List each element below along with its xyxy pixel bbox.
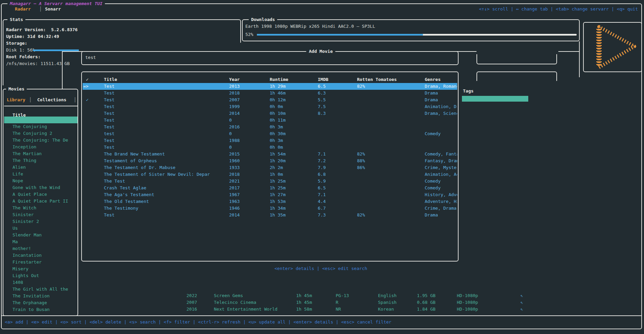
movie-list-item[interactable]: Inception [3, 144, 77, 150]
result-row[interactable]: Test19990h 0m7.5Animation, Drama [83, 103, 457, 110]
result-row[interactable]: The Testimony19461h 34m6.7Crime, Drama [83, 205, 457, 212]
result-row[interactable]: ✓Test20070h 12m5.5Drama [83, 97, 457, 103]
movie-list-item[interactable]: mother! [3, 245, 77, 252]
result-row[interactable]: The Testament of Sister New Devil: Depar… [83, 171, 457, 178]
cell-title: The Testament of Sister New Devil: Depar [104, 171, 229, 178]
cell-genres: Drama [425, 212, 457, 218]
movies-panel-title: Movies [6, 86, 27, 92]
popup-left-border [62, 51, 63, 89]
cell-title: The Testimony [104, 205, 229, 212]
result-row[interactable]: The Test20211h 25m5.9Comedy [83, 178, 457, 185]
cell-certification: PG-13 [336, 292, 378, 299]
result-row[interactable]: The Brand New Testament20151h 54m7.182%C… [83, 151, 457, 158]
result-row[interactable]: Test00h 11m [83, 117, 457, 124]
movie-list-item[interactable]: Us [3, 225, 77, 232]
result-row[interactable]: Testament of Orpheus19601h 20m7.288%Fant… [83, 158, 457, 164]
cell-runtime: 1h 53m [270, 198, 318, 205]
movie-list-item[interactable]: The Conjuring [3, 123, 77, 130]
popup-help-bar: <enter> details | <esc> edit search [274, 265, 367, 272]
movie-list-item[interactable]: The Martian [3, 150, 77, 157]
library-row[interactable]: 2007Telecinco Cinema1h 45mRSpanish0.68 G… [186, 299, 534, 306]
movie-list-item[interactable]: Ma [3, 238, 77, 245]
result-row[interactable]: test00h 30mComedy [83, 130, 457, 137]
result-row[interactable]: =>Test20131h 29m6.582%Drama, Romance [83, 83, 457, 90]
cell-runtime: 1h 58m [296, 306, 336, 313]
cell-quality: HD-1080p [457, 299, 520, 306]
add-movie-popup-title: Add Movie [306, 48, 335, 55]
col-year: Year [229, 76, 270, 83]
movie-list-item[interactable]: Firestarter [3, 259, 77, 266]
result-row[interactable]: Test00h 0m [83, 144, 457, 151]
cell-studio: Telecinco Cinema [214, 299, 296, 306]
result-row[interactable]: The Aga's Testament19671h 27m7.1History,… [83, 191, 457, 198]
tab-radarr[interactable]: Radarr [15, 6, 31, 13]
tag-icon: ⇖ [520, 299, 534, 306]
movie-list-item[interactable]: The Thing [3, 157, 77, 164]
tab-collections[interactable]: Collections [37, 97, 66, 103]
movie-list-item[interactable]: Life [3, 171, 77, 178]
result-row[interactable]: Test19880h 3m [83, 137, 457, 144]
result-row[interactable]: Test20160h 3m [83, 124, 457, 130]
cell-year: 2007 [229, 97, 270, 103]
stats-rootfolder-value: /nfs/movies: 11511.43 GB [6, 60, 70, 67]
cell-year: 2016 [229, 124, 270, 130]
cell-genres: Animation, Action, Romance [425, 171, 457, 178]
cell-quality: HD-1080p [457, 306, 520, 313]
movie-list-item[interactable]: Slender Man [3, 232, 77, 238]
cell-size: 1.95 GB [417, 292, 457, 299]
tags-selected-field[interactable] [462, 96, 528, 102]
movie-list-item[interactable]: Incantation [3, 252, 77, 259]
movie-list-item[interactable]: Lights Out [3, 272, 77, 279]
cell-runtime: 2h 2m [270, 164, 318, 171]
cell-title: The Brand New Testament [104, 151, 229, 158]
movie-list-item[interactable]: Sinister 2 [3, 218, 77, 225]
cell-imdb: 6.3 [318, 90, 357, 97]
tab-library[interactable]: Library [7, 97, 25, 103]
cell-rotten-tomatoes [357, 185, 425, 191]
cell-genres: History, Adventure [425, 191, 457, 198]
cell-year: 2022 [186, 292, 214, 299]
movie-list-item[interactable]: A Quiet Place [3, 191, 77, 198]
movie-list-item[interactable]: Nope [3, 178, 77, 184]
cell-year: 2013 [229, 83, 270, 90]
result-row[interactable]: Test20181h 46m6.3Drama [83, 90, 457, 97]
result-row[interactable]: Crash Test Aglae20171h 25m6.5Comedy [83, 185, 457, 191]
downloads-panel: Downloads Earth 1998 1080p WEBRip x265 H… [242, 19, 580, 41]
cell-rotten-tomatoes [357, 97, 425, 103]
movie-list-item[interactable]: Gone with the Wind [3, 184, 77, 191]
bottom-help-bar: <a> add | <e> edit | <o> sort | <del> de… [5, 319, 392, 326]
movie-search-input[interactable] [85, 55, 451, 60]
cell-runtime: 1h 27m [270, 191, 318, 198]
tab-sonarr[interactable]: Sonarr [45, 6, 61, 13]
movies-tab-separator: │ [29, 97, 32, 103]
cell-year: 2007 [186, 299, 214, 306]
cell-language: Spanish [378, 299, 417, 306]
cell-rotten-tomatoes: 82% [357, 151, 425, 158]
cell-title: Test [104, 83, 229, 90]
library-row[interactable]: 2022Screen Gems1h 45mPG-13English1.95 GB… [186, 292, 534, 299]
result-row[interactable]: Test20141h 35m7.382%Drama [83, 212, 457, 218]
cell-runtime: 1h 25m [270, 185, 318, 191]
movie-list-item[interactable]: Train to Busan [3, 306, 77, 313]
movie-list-item[interactable]: The Conjuring: The De [3, 137, 77, 144]
movies-tab-separator-2: │ [74, 97, 76, 103]
result-row[interactable]: The Testament of Dr. Mabuse19332h 2m7.98… [83, 164, 457, 171]
movie-list-item[interactable]: A Quiet Place Part II [3, 198, 77, 205]
movie-list-item[interactable]: 1408 [3, 279, 77, 286]
movie-list-item[interactable]: The Invitation [3, 293, 77, 299]
result-row[interactable]: Test20140h 10m8.3Drama, Science Fiction [83, 110, 457, 117]
download-percent-label: 52% [245, 31, 253, 38]
movie-list-item[interactable]: The Witch [3, 205, 77, 211]
movie-list-item[interactable]: Alien [3, 164, 77, 171]
movie-list-item[interactable]: The Orphanage [3, 299, 77, 306]
cell-year: 2016 [186, 306, 214, 313]
library-row[interactable]: 2016Next Entertainment World1h 58mNRKore… [186, 306, 534, 313]
movie-list-item[interactable]: The Girl with All the [3, 286, 77, 293]
movie-list-item[interactable]: Misery [3, 266, 77, 272]
movie-list-item-selected[interactable]: => Dune [4, 117, 77, 123]
result-row[interactable]: The Old Testament19631h 53m4.4Adventure,… [83, 198, 457, 205]
movie-list-item[interactable]: The Conjuring 2 [3, 130, 77, 137]
monitored-check-icon [83, 164, 104, 171]
cell-genres: Drama [425, 97, 457, 103]
movie-list-item[interactable]: Sinister [3, 211, 77, 218]
